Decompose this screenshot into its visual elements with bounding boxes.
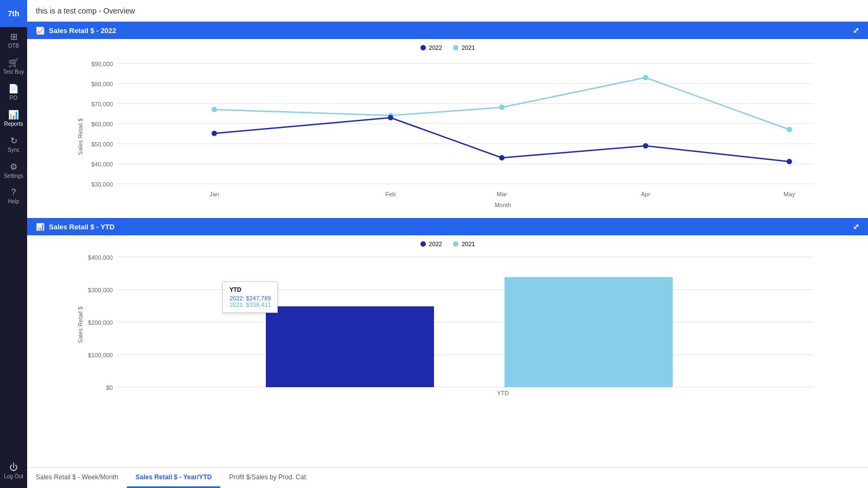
bar-legend-label-2021: 2021 bbox=[462, 241, 475, 247]
settings-icon: ⚙ bbox=[10, 162, 17, 172]
bar-chart-header: 📊 Sales Retail $ - YTD ⤢ bbox=[27, 218, 868, 235]
sidebar-item-otb[interactable]: ⊞ OTB bbox=[0, 27, 27, 53]
line-chart-icon: 📈 bbox=[36, 27, 44, 35]
bar-legend-dot-2021 bbox=[453, 241, 458, 247]
otb-icon: ⊞ bbox=[10, 31, 17, 42]
bar-chart-body: 2022 2021 YTD 2022: $247,789 2021: bbox=[27, 235, 868, 409]
sidebar-item-label-help: Help bbox=[8, 198, 20, 204]
bar-chart-expand-icon[interactable]: ⤢ bbox=[853, 222, 859, 231]
svg-text:$0: $0 bbox=[106, 384, 113, 391]
svg-text:$40,000: $40,000 bbox=[91, 161, 113, 168]
svg-text:$300,000: $300,000 bbox=[88, 287, 113, 293]
page-header: this is a test comp - Overview bbox=[27, 0, 868, 22]
app-logo: 7th bbox=[0, 0, 27, 27]
reports-icon: 📊 bbox=[8, 110, 19, 120]
sidebar-item-test-buy[interactable]: 🛒 Test Buy bbox=[0, 53, 27, 79]
legend-dot-2021 bbox=[453, 45, 458, 50]
legend-label-2021: 2021 bbox=[462, 44, 475, 51]
sidebar: 7th ⊞ OTB 🛒 Test Buy 📄 PO 📊 Reports ↻ Sy… bbox=[0, 0, 27, 488]
line-chart-header: 📈 Sales Retail $ - 2022 ⤢ bbox=[27, 22, 868, 39]
sidebar-item-label-settings: Settings bbox=[4, 173, 23, 179]
svg-text:$60,000: $60,000 bbox=[91, 121, 113, 127]
bottom-tabs: Sales Retail $ - Week/Month Sales Retail… bbox=[27, 467, 868, 488]
bar-legend-dot-2022 bbox=[420, 241, 426, 247]
svg-text:Month: Month bbox=[495, 202, 512, 208]
sidebar-item-label-test-buy: Test Buy bbox=[3, 69, 24, 75]
bar-chart-title: Sales Retail $ - YTD bbox=[49, 223, 114, 231]
svg-text:$80,000: $80,000 bbox=[91, 81, 113, 87]
bar-legend-label-2022: 2022 bbox=[429, 241, 442, 247]
sidebar-item-logout[interactable]: ⏻ Log Out bbox=[0, 458, 27, 484]
svg-text:$70,000: $70,000 bbox=[91, 101, 113, 107]
svg-text:$90,000: $90,000 bbox=[91, 61, 113, 67]
svg-text:Feb: Feb bbox=[386, 191, 396, 197]
logout-icon: ⏻ bbox=[9, 463, 18, 472]
bar-legend-item-2022: 2022 bbox=[420, 241, 442, 247]
svg-point-29 bbox=[643, 143, 648, 149]
bar-chart-svg: $400,000 $300,000 $200,000 $100,000 $0 S… bbox=[33, 252, 863, 398]
svg-text:Jan: Jan bbox=[209, 191, 219, 197]
svg-text:May: May bbox=[784, 191, 795, 197]
sidebar-item-label-logout: Log Out bbox=[4, 473, 23, 479]
tab-week-month[interactable]: Sales Retail $ - Week/Month bbox=[27, 468, 127, 488]
bar-chart-icon: 📊 bbox=[36, 223, 44, 231]
po-icon: 📄 bbox=[8, 84, 19, 94]
svg-point-25 bbox=[787, 127, 792, 132]
line-chart-body: 2022 2021 $90,000 $80,000 $70,000 bbox=[27, 39, 868, 218]
line-chart-svg: $90,000 $80,000 $70,000 $60,000 $50,000 … bbox=[33, 55, 863, 213]
sidebar-item-help[interactable]: ? Help bbox=[0, 183, 27, 209]
svg-point-26 bbox=[212, 131, 217, 136]
svg-text:Sales Retail $: Sales Retail $ bbox=[77, 118, 84, 155]
bar-2022[interactable] bbox=[266, 306, 434, 387]
svg-point-21 bbox=[212, 107, 217, 112]
bar-chart-actions: ⤢ bbox=[853, 222, 859, 231]
svg-text:YTD: YTD bbox=[497, 390, 509, 396]
legend-item-2022: 2022 bbox=[420, 44, 442, 51]
bar-chart-title-left: 📊 Sales Retail $ - YTD bbox=[36, 223, 114, 231]
tab-profit[interactable]: Profit $/Sales by Prod. Cat. bbox=[220, 468, 316, 488]
bar-2021[interactable] bbox=[505, 277, 673, 387]
bar-chart-legend: 2022 2021 bbox=[33, 241, 863, 247]
svg-text:$100,000: $100,000 bbox=[88, 352, 113, 358]
sidebar-item-label-sync: Sync bbox=[8, 147, 20, 153]
svg-text:Apr: Apr bbox=[641, 191, 650, 197]
sidebar-item-label-reports: Reports bbox=[4, 121, 23, 127]
sidebar-item-reports[interactable]: 📊 Reports bbox=[0, 105, 27, 131]
line-chart-actions: ⤢ bbox=[853, 26, 859, 35]
svg-point-27 bbox=[388, 115, 393, 120]
svg-point-23 bbox=[499, 105, 505, 110]
svg-text:$400,000: $400,000 bbox=[88, 254, 113, 261]
sidebar-item-sync[interactable]: ↻ Sync bbox=[0, 131, 27, 157]
svg-text:Mar: Mar bbox=[497, 191, 507, 197]
bar-chart-section: 📊 Sales Retail $ - YTD ⤢ 2022 2021 bbox=[27, 218, 868, 409]
charts-area: 📈 Sales Retail $ - 2022 ⤢ 2022 2021 bbox=[27, 22, 868, 467]
test-buy-icon: 🛒 bbox=[8, 57, 19, 68]
sidebar-item-po[interactable]: 📄 PO bbox=[0, 79, 27, 105]
svg-text:$200,000: $200,000 bbox=[88, 319, 113, 326]
line-chart-expand-icon[interactable]: ⤢ bbox=[853, 26, 859, 35]
sync-icon: ↻ bbox=[10, 136, 17, 146]
svg-point-28 bbox=[499, 155, 505, 160]
svg-text:$30,000: $30,000 bbox=[91, 181, 113, 188]
tab-profit-label: Profit $/Sales by Prod. Cat. bbox=[229, 473, 308, 481]
tab-week-month-label: Sales Retail $ - Week/Month bbox=[36, 473, 118, 481]
line-chart-title: Sales Retail $ - 2022 bbox=[49, 27, 116, 35]
legend-label-2022: 2022 bbox=[429, 44, 442, 51]
tab-year-ytd[interactable]: Sales Retail $ - Year/YTD bbox=[127, 468, 221, 488]
legend-item-2021: 2021 bbox=[453, 44, 475, 51]
line-chart-legend: 2022 2021 bbox=[33, 44, 863, 51]
svg-text:Sales Retail $: Sales Retail $ bbox=[77, 306, 84, 343]
page-title: this is a test comp - Overview bbox=[36, 7, 135, 15]
svg-point-30 bbox=[787, 159, 792, 164]
line-chart-title-left: 📈 Sales Retail $ - 2022 bbox=[36, 27, 116, 35]
line-chart-section: 📈 Sales Retail $ - 2022 ⤢ 2022 2021 bbox=[27, 22, 868, 218]
svg-text:$50,000: $50,000 bbox=[91, 141, 113, 147]
sidebar-item-label-po: PO bbox=[10, 95, 17, 101]
tab-year-ytd-label: Sales Retail $ - Year/YTD bbox=[136, 473, 212, 481]
sidebar-item-settings[interactable]: ⚙ Settings bbox=[0, 157, 27, 183]
legend-dot-2022 bbox=[420, 45, 426, 50]
svg-point-24 bbox=[643, 75, 648, 80]
bar-legend-item-2021: 2021 bbox=[453, 241, 475, 247]
main-content: this is a test comp - Overview 📈 Sales R… bbox=[27, 0, 868, 488]
help-icon: ? bbox=[11, 188, 16, 197]
